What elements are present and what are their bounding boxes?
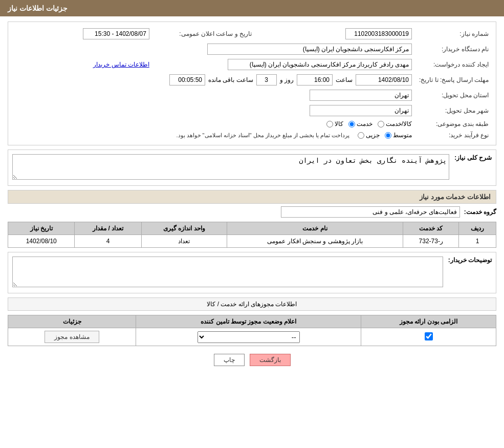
deadline-days-label: روز و	[280, 76, 294, 83]
need-number-label: شماره نیاز:	[415, 26, 492, 41]
print-button[interactable]: چاپ	[214, 354, 245, 366]
col-license-required: الزامی بودن ارائه مجوز	[361, 315, 496, 328]
buyer-org-value: مرکز افکارسنجی دانشجویان ایران (ایسپا)	[207, 44, 412, 55]
license-status-select[interactable]: --	[198, 331, 300, 343]
deadline-days: 3	[256, 74, 277, 86]
purchase-type-label: نوع فرآیند خرید:	[415, 130, 492, 141]
purchase-type-label-jozi: جزیی	[366, 132, 380, 139]
deadline-remaining-label: ساعت باقی مانده	[208, 76, 253, 83]
action-buttons: بازگشت چاپ	[8, 354, 496, 366]
category-label-kala-khedmat: کالا/خدمت	[386, 120, 412, 127]
license-required-checkbox[interactable]	[425, 332, 433, 340]
service-group-value: فعالیت‌های حرفه‌ای، علمی و فنی	[281, 206, 460, 218]
deadline-date: 1402/08/10	[356, 74, 412, 86]
buyer-notes-textarea[interactable]	[12, 257, 443, 287]
page-header: جزئیات اطلاعات نیاز	[0, 0, 504, 16]
category-radio-group: کالا/خدمت خدمت کالا	[15, 120, 412, 127]
requester-value: مهدی رادفر کاربرداز مرکز افکارسنجی دانشج…	[228, 59, 412, 70]
category-radio-kala[interactable]	[326, 121, 333, 127]
list-item: -- مشاهده مجوز	[8, 328, 496, 346]
category-radio-khedmat[interactable]	[348, 121, 355, 127]
license-details: مشاهده مجوز	[8, 328, 136, 346]
need-number-value: 1102003183000019	[345, 28, 412, 39]
need-description-textarea[interactable]	[12, 154, 449, 180]
requester-label: ایجاد کننده درخواست:	[415, 57, 492, 72]
license-status: --	[136, 328, 361, 346]
view-license-button[interactable]: مشاهده مجوز	[45, 331, 99, 343]
licenses-section-title: اطلاعات مجوزهای ارائه خدمت / کالا	[8, 297, 496, 311]
service-unit: تعداد	[141, 235, 227, 248]
service-date: 1402/08/10	[8, 235, 75, 248]
category-radio-kala-khedmat[interactable]	[378, 121, 384, 127]
purchase-type-label-motavasset: متوسط	[393, 132, 412, 139]
city-label: شهر محل تحویل:	[415, 103, 492, 118]
buyer-org-label: نام دستگاه خریدار:	[415, 41, 492, 57]
need-description-section-title: شرح کلی نیاز:	[454, 154, 492, 161]
col-header-date: تاریخ نیاز	[8, 222, 75, 235]
col-header-row: ردیف	[459, 222, 496, 235]
province-value: تهران	[310, 90, 412, 101]
col-header-name: نام خدمت	[227, 222, 403, 235]
purchase-type-radio-motavasset[interactable]	[385, 132, 391, 139]
purchase-note: پرداخت تمام یا بخشی از مبلغ خریداز محل "…	[176, 132, 349, 139]
table-row: 1 ر-73-732 بازار پژوهشی و سنجش افکار عمو…	[8, 235, 496, 248]
announcement-date-value: 1402/08/07 - 15:30	[83, 28, 149, 39]
category-label-kala: کالا	[335, 120, 343, 127]
purchase-type-radio-jozi[interactable]	[358, 132, 364, 139]
license-required	[361, 328, 496, 346]
back-button[interactable]: بازگشت	[250, 354, 291, 366]
licenses-table: الزامی بودن ارائه مجوز اعلام وضعیت مجوز …	[8, 315, 496, 346]
col-license-details: جزئیات	[8, 315, 136, 328]
city-value: تهران	[310, 105, 412, 116]
contact-info-link[interactable]: اطلاعات تماس خریدار	[93, 61, 149, 68]
buyer-notes-label: توضیحات خریدار:	[448, 257, 492, 264]
province-label: استان محل تحویل:	[415, 88, 492, 103]
category-label-khedmat: خدمت	[357, 120, 372, 127]
col-license-status: اعلام وضعیت مجوز توسط تامین کننده	[136, 315, 361, 328]
col-header-unit: واحد اندازه گیری	[141, 222, 227, 235]
deadline-time: 16:00	[297, 74, 333, 86]
deadline-time-label: ساعت	[336, 76, 353, 83]
service-row-num: 1	[459, 235, 496, 248]
services-section-title: اطلاعات خدمات مورد نیاز	[8, 190, 496, 204]
category-label: طبقه بندی موضوعی:	[415, 118, 492, 130]
purchase-type-radio-group: متوسط جزیی	[358, 132, 412, 139]
col-header-quantity: تعداد / مقدار	[75, 222, 141, 235]
purchase-type-option-motavasset[interactable]: متوسط	[385, 132, 412, 139]
category-option-kala[interactable]: کالا	[326, 120, 343, 127]
announcement-date-label: تاریخ و ساعت اعلان عمومی:	[152, 26, 255, 41]
category-option-khedmat[interactable]: خدمت	[348, 120, 372, 127]
deadline-label: مهلت ارسال پاسخ: تا تاریخ:	[415, 72, 492, 88]
services-table: ردیف کد خدمت نام خدمت واحد اندازه گیری ت…	[8, 222, 496, 248]
category-option-kala-khedmat[interactable]: کالا/خدمت	[378, 120, 412, 127]
service-name: بازار پژوهشی و سنجش افکار عمومی	[227, 235, 403, 248]
page-title: جزئیات اطلاعات نیاز	[8, 4, 68, 12]
service-group-label: گروه خدمت:	[464, 208, 496, 216]
service-code: ر-73-732	[403, 235, 459, 248]
col-header-code: کد خدمت	[403, 222, 459, 235]
deadline-remaining: 00:05:50	[169, 74, 205, 86]
purchase-type-option-jozi[interactable]: جزیی	[358, 132, 380, 139]
service-quantity: 4	[75, 235, 141, 248]
